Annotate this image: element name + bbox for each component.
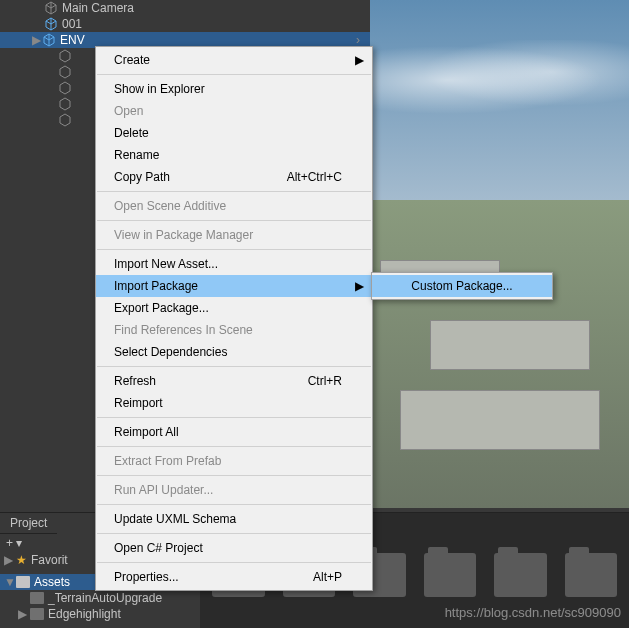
menu-separator bbox=[97, 475, 371, 476]
scene-building bbox=[430, 320, 590, 370]
asset-folder-item[interactable] bbox=[565, 553, 618, 597]
context-menu: Create▶ Show in Explorer Open Delete Ren… bbox=[95, 46, 373, 591]
expand-arrow-icon[interactable]: ▶ bbox=[18, 607, 30, 621]
menu-label: Open C# Project bbox=[114, 541, 203, 555]
menu-import-new-asset[interactable]: Import New Asset... bbox=[96, 253, 372, 275]
menu-copy-path[interactable]: Copy PathAlt+Ctrl+C bbox=[96, 166, 372, 188]
menu-separator bbox=[97, 533, 371, 534]
menu-update-uxml[interactable]: Update UXML Schema bbox=[96, 508, 372, 530]
menu-extract-from-prefab: Extract From Prefab bbox=[96, 450, 372, 472]
menu-shortcut: Ctrl+R bbox=[308, 374, 342, 388]
import-package-submenu: Custom Package... bbox=[371, 272, 553, 300]
menu-label: Create bbox=[114, 53, 150, 67]
submenu-arrow-icon: ▶ bbox=[355, 53, 364, 67]
folder-icon bbox=[16, 576, 30, 588]
menu-open: Open bbox=[96, 100, 372, 122]
gameobject-icon bbox=[58, 97, 72, 111]
gameobject-icon bbox=[44, 1, 58, 15]
menu-label: Reimport bbox=[114, 396, 163, 410]
menu-separator bbox=[97, 366, 371, 367]
chevron-right-icon[interactable]: › bbox=[352, 33, 364, 47]
folder-icon bbox=[30, 608, 44, 620]
menu-label: Show in Explorer bbox=[114, 82, 205, 96]
menu-separator bbox=[97, 417, 371, 418]
menu-reimport-all[interactable]: Reimport All bbox=[96, 421, 372, 443]
menu-separator bbox=[97, 446, 371, 447]
menu-label: Reimport All bbox=[114, 425, 179, 439]
menu-refresh[interactable]: RefreshCtrl+R bbox=[96, 370, 372, 392]
menu-view-package-manager: View in Package Manager bbox=[96, 224, 372, 246]
menu-run-api-updater: Run API Updater... bbox=[96, 479, 372, 501]
folder-row[interactable]: _TerrainAutoUpgrade bbox=[0, 590, 200, 606]
menu-find-references: Find References In Scene bbox=[96, 319, 372, 341]
hierarchy-label: Main Camera bbox=[62, 1, 134, 15]
menu-label: Select Dependencies bbox=[114, 345, 227, 359]
menu-rename[interactable]: Rename bbox=[96, 144, 372, 166]
submenu-arrow-icon: ▶ bbox=[355, 279, 364, 293]
hierarchy-label: 001 bbox=[62, 17, 82, 31]
menu-separator bbox=[97, 562, 371, 563]
asset-folder-item[interactable] bbox=[494, 553, 547, 597]
add-button[interactable]: + bbox=[6, 536, 13, 550]
menu-select-dependencies[interactable]: Select Dependencies bbox=[96, 341, 372, 363]
gameobject-icon bbox=[58, 49, 72, 63]
hierarchy-label: ENV bbox=[60, 33, 85, 47]
menu-label: Custom Package... bbox=[411, 279, 512, 293]
menu-label: Rename bbox=[114, 148, 159, 162]
scene-view[interactable] bbox=[370, 0, 629, 508]
menu-create[interactable]: Create▶ bbox=[96, 49, 372, 71]
menu-separator bbox=[97, 74, 371, 75]
star-icon: ★ bbox=[16, 553, 27, 567]
menu-label: Run API Updater... bbox=[114, 483, 213, 497]
menu-label: Find References In Scene bbox=[114, 323, 253, 337]
menu-label: Extract From Prefab bbox=[114, 454, 221, 468]
menu-reimport[interactable]: Reimport bbox=[96, 392, 372, 414]
scene-terrain bbox=[370, 200, 629, 508]
folder-label: _TerrainAutoUpgrade bbox=[48, 591, 162, 605]
menu-label: Delete bbox=[114, 126, 149, 140]
folder-icon bbox=[30, 592, 44, 604]
favorites-label: Favorit bbox=[31, 553, 68, 567]
menu-shortcut: Alt+P bbox=[313, 570, 342, 584]
hierarchy-item-001[interactable]: 001 bbox=[0, 16, 370, 32]
gameobject-icon bbox=[58, 113, 72, 127]
menu-separator bbox=[97, 220, 371, 221]
menu-separator bbox=[97, 191, 371, 192]
hierarchy-item-main-camera[interactable]: Main Camera bbox=[0, 0, 370, 16]
menu-shortcut: Alt+Ctrl+C bbox=[287, 170, 342, 184]
scene-clouds bbox=[370, 40, 629, 120]
assets-label: Assets bbox=[34, 575, 70, 589]
project-tab[interactable]: Project bbox=[0, 513, 57, 534]
menu-label: Properties... bbox=[114, 570, 179, 584]
menu-custom-package[interactable]: Custom Package... bbox=[372, 275, 552, 297]
expand-arrow-icon[interactable]: ▶ bbox=[30, 33, 42, 47]
menu-label: Export Package... bbox=[114, 301, 209, 315]
folder-label: Edgehighlight bbox=[48, 607, 121, 621]
menu-properties[interactable]: Properties...Alt+P bbox=[96, 566, 372, 588]
menu-label: Import Package bbox=[114, 279, 198, 293]
menu-delete[interactable]: Delete bbox=[96, 122, 372, 144]
menu-label: Copy Path bbox=[114, 170, 170, 184]
folder-row[interactable]: ▶ Edgehighlight bbox=[0, 606, 200, 622]
menu-show-in-explorer[interactable]: Show in Explorer bbox=[96, 78, 372, 100]
menu-export-package[interactable]: Export Package... bbox=[96, 297, 372, 319]
scene-building bbox=[400, 390, 600, 450]
gameobject-icon bbox=[58, 65, 72, 79]
menu-label: Update UXML Schema bbox=[114, 512, 236, 526]
menu-separator bbox=[97, 249, 371, 250]
asset-folder-item[interactable] bbox=[424, 553, 477, 597]
gameobject-icon bbox=[58, 81, 72, 95]
prefab-icon bbox=[44, 17, 58, 31]
menu-label: View in Package Manager bbox=[114, 228, 253, 242]
menu-open-cs-project[interactable]: Open C# Project bbox=[96, 537, 372, 559]
menu-label: Refresh bbox=[114, 374, 156, 388]
menu-label: Open Scene Additive bbox=[114, 199, 226, 213]
prefab-icon bbox=[42, 33, 56, 47]
expand-arrow-icon[interactable]: ▶ bbox=[4, 553, 16, 567]
menu-open-scene-additive: Open Scene Additive bbox=[96, 195, 372, 217]
menu-import-package[interactable]: Import Package▶ bbox=[96, 275, 372, 297]
expand-arrow-icon[interactable]: ▼ bbox=[4, 575, 16, 589]
menu-label: Open bbox=[114, 104, 143, 118]
menu-label: Import New Asset... bbox=[114, 257, 218, 271]
menu-separator bbox=[97, 504, 371, 505]
